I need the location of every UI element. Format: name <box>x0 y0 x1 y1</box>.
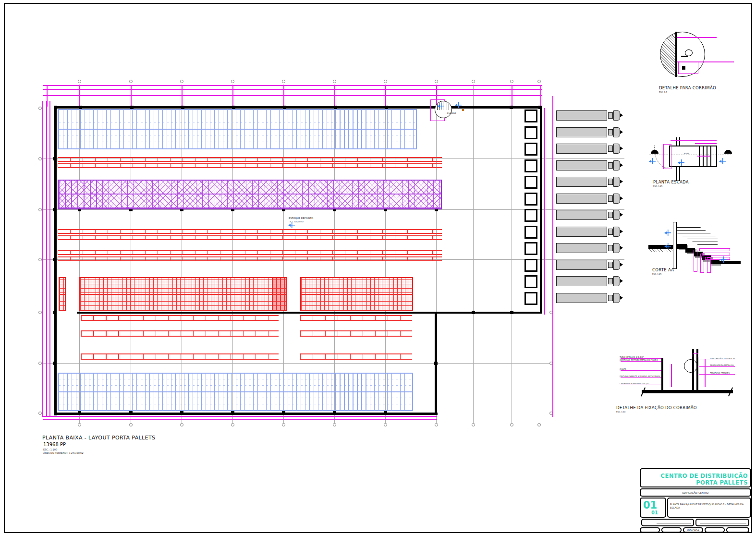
grid-bubble <box>282 80 285 83</box>
slab-line <box>642 395 733 395</box>
level-marker-icon <box>289 222 295 228</box>
pallet-rack-red-row <box>58 229 442 234</box>
grid-bubble <box>129 423 133 426</box>
handrail-arm <box>681 56 688 57</box>
grid-bubble <box>38 362 42 365</box>
stock-label: ESTOQUE DEPOSITO <box>289 217 313 219</box>
pallet-rack-red-block <box>79 277 287 311</box>
pallet-rack-red-row <box>300 315 412 321</box>
truck-hitch <box>608 162 613 169</box>
dock-door <box>524 176 537 189</box>
grid-bubble <box>78 80 81 83</box>
level-marker-icon <box>438 103 444 109</box>
sheet-description-line2: ESCADA <box>670 506 680 509</box>
handrail-post <box>661 358 663 390</box>
fixacao-scale: ESC. 1:10 <box>616 411 625 413</box>
dimension-line <box>43 85 542 86</box>
dock-door <box>524 242 537 255</box>
tb-description-cell: PLANTA BAIXA/LAYOUT DE ESTOQUE APOIO 2 -… <box>667 498 751 518</box>
plan-title: PLANTA BAIXA - LAYOUT PORTA PALLETS <box>42 435 155 441</box>
drawing-sheet: TUBO METÁLICO Ø 1.1/2"CORRIMÃO EM TUBO M… <box>0 0 756 535</box>
pallet-rack-red-row <box>81 315 279 321</box>
grid-bubble <box>537 80 541 83</box>
truck-trailer <box>556 210 607 220</box>
dock-door <box>524 259 537 272</box>
grid-bubble <box>384 80 387 83</box>
dimension-tick <box>79 85 80 107</box>
grid-bubble <box>510 80 513 83</box>
grid-bubble <box>180 80 183 83</box>
level-marker-icon <box>649 158 656 164</box>
dock-door <box>524 126 537 139</box>
dim-box <box>700 254 704 273</box>
wall-right-lower <box>435 312 437 414</box>
truck-arrow-icon <box>620 296 625 300</box>
truck-cab <box>613 276 620 286</box>
pallet-rack-red-block <box>300 277 413 311</box>
grid-bubble <box>38 107 42 110</box>
grid-bubble <box>333 80 336 83</box>
pallet-rack-purple <box>58 180 442 209</box>
bracket-dim-box <box>678 61 698 74</box>
wall-top <box>54 106 542 109</box>
pallet-rack-red-row <box>58 235 442 240</box>
leader-line <box>621 385 661 385</box>
truck-cab <box>613 210 620 220</box>
truck-hitch <box>608 278 613 284</box>
grid-bubble <box>38 258 42 261</box>
dock-door <box>524 143 537 156</box>
stairplan-title: PLANTA ESCADA <box>653 180 689 184</box>
tb-company-cell: CENTRO DE DISTRIBUIÇÃO PORTA PALLETS <box>640 468 751 487</box>
leader-line <box>677 37 717 38</box>
grid-bubble <box>435 423 438 426</box>
anchor-square <box>682 66 685 70</box>
dim-box <box>702 253 730 255</box>
truck-cab <box>613 227 620 237</box>
dim-box <box>694 250 697 272</box>
leader-line <box>621 361 661 362</box>
dock-door <box>524 292 537 305</box>
pallet-rack-blue <box>58 109 417 149</box>
plan-area: ÁREA DO TERRENO : 7.271,60m2 <box>43 451 84 454</box>
handrail-tube <box>685 49 693 56</box>
dimension-tick <box>334 85 335 107</box>
sheet-number: 01 <box>643 499 657 511</box>
dimension-tick <box>131 85 132 107</box>
sheet-description-line1: PLANTA BAIXA/LAYOUT DE ESTOQUE APOIO 2 -… <box>670 503 744 506</box>
truck-trailer <box>556 243 607 253</box>
grid-bubble <box>472 423 475 426</box>
dimension-line <box>43 89 542 90</box>
truck-hitch <box>608 229 613 235</box>
dock-door <box>524 159 537 172</box>
truck-trailer <box>556 160 607 170</box>
truck-arrow-icon <box>620 113 625 117</box>
pallet-rack-red-row <box>81 330 279 337</box>
corrimao-scale: ESC. 1:5 <box>659 91 667 93</box>
truck-hitch <box>608 146 613 152</box>
grid-line-vertical <box>473 85 474 424</box>
truck-hitch <box>608 212 613 218</box>
tb-small-cell <box>705 527 725 533</box>
truck-hitch <box>608 179 613 185</box>
truck-cab <box>613 194 620 204</box>
floor-slab <box>642 390 733 393</box>
truck-arrow-icon <box>620 196 625 200</box>
truck-trailer <box>556 260 607 270</box>
grid-line-horizontal <box>43 363 550 364</box>
callout-circle <box>684 359 697 373</box>
truck-cab <box>613 127 620 137</box>
level-marker-icon <box>678 159 684 166</box>
dimension-tick <box>232 85 233 107</box>
grid-bubble <box>537 423 541 426</box>
level-marker-icon <box>665 243 671 249</box>
pallet-rack-red-row <box>58 157 442 162</box>
pallet-rack-blue <box>58 373 413 411</box>
pallet-rack-red-row <box>58 250 442 255</box>
sheet-sub-number: 01 <box>651 510 658 515</box>
truck-arrow-icon <box>620 279 625 283</box>
truck-arrow-icon <box>620 130 625 134</box>
dock-door <box>524 193 537 206</box>
grid-bubble <box>435 80 438 83</box>
wall-section-line <box>675 32 677 77</box>
dimension-line <box>43 95 542 96</box>
